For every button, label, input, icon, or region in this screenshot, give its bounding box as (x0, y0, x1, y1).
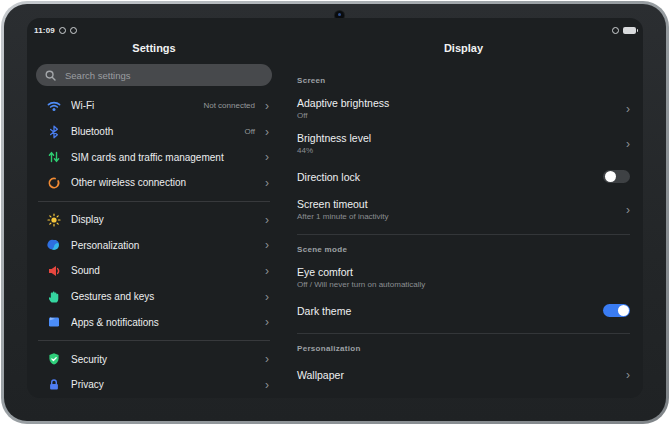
row-subtitle: Off / Will never turn on automatically (297, 280, 425, 289)
traffic-arrows-icon (47, 150, 61, 164)
direction-lock-toggle[interactable] (603, 170, 630, 184)
sidebar-item-value: Off (244, 127, 255, 136)
sidebar-item-other-wireless[interactable]: Other wireless connection (36, 170, 272, 196)
sun-icon (47, 213, 61, 227)
sidebar-item-gestures[interactable]: Gestures and keys (36, 284, 272, 310)
sidebar-item-personalization[interactable]: Personalization (36, 232, 272, 258)
chevron-right-icon (265, 380, 269, 390)
section-label-personalization: Personalization (297, 344, 630, 353)
row-subtitle: 44% (297, 146, 371, 155)
row-screen-timeout[interactable]: Screen timeout After 1 minute of inactiv… (297, 192, 630, 227)
row-hide-notification-icons[interactable]: Hide notification icons from Status Bar (297, 390, 630, 398)
chevron-right-icon (626, 139, 630, 149)
search-input[interactable] (63, 69, 263, 82)
section-label-scene-mode: Scene mode (297, 245, 630, 254)
shield-icon (47, 352, 61, 366)
sidebar-item-label: Apps & notifications (71, 317, 245, 328)
sidebar-item-value: Not connected (203, 101, 255, 110)
tablet-screen: 11:09 Settings (27, 18, 643, 398)
chevron-right-icon (626, 370, 630, 380)
row-title: Wallpaper (297, 369, 344, 381)
section-label-screen: Screen (297, 76, 630, 85)
page: 11:09 Settings (0, 0, 670, 425)
chevron-right-icon (265, 152, 269, 162)
row-wallpaper[interactable]: Wallpaper (297, 359, 630, 390)
sidebar-item-privacy[interactable]: Privacy (36, 372, 272, 398)
apps-icon (47, 315, 61, 329)
sidebar-item-label: Other wireless connection (71, 177, 245, 188)
status-right (612, 27, 636, 34)
chevron-right-icon (626, 205, 630, 215)
sidebar-item-label: Personalization (71, 240, 245, 251)
sidebar-divider (38, 340, 270, 341)
clock-time: 11:09 (34, 26, 55, 35)
bluetooth-icon (47, 125, 61, 139)
sidebar-item-label: Privacy (71, 379, 245, 390)
section-rows: Adaptive brightness Off Brightness level… (297, 91, 630, 227)
lock-icon (47, 378, 61, 392)
row-adaptive-brightness[interactable]: Adaptive brightness Off (297, 91, 630, 126)
settings-sidebar: Settings Wi-Fi Not connected (27, 38, 281, 398)
search-icon (45, 70, 56, 81)
row-subtitle: Off (297, 111, 389, 120)
section-divider (297, 333, 630, 334)
status-left: 11:09 (34, 26, 77, 35)
wireless-circle-icon (47, 176, 61, 190)
sidebar-item-security[interactable]: Security (36, 346, 272, 372)
sidebar-item-label: Security (71, 354, 245, 365)
row-subtitle: After 1 minute of inactivity (297, 212, 389, 221)
row-title: Direction lock (297, 171, 360, 183)
row-title: Eye comfort (297, 266, 425, 278)
chevron-right-icon (265, 101, 269, 111)
section-rows: Wallpaper Hide notification icons from S… (297, 359, 630, 398)
dark-theme-toggle[interactable] (603, 304, 630, 318)
chevron-right-icon (265, 317, 269, 327)
sidebar-item-wifi[interactable]: Wi-Fi Not connected (36, 93, 272, 119)
chevron-right-icon (265, 354, 269, 364)
sidebar-item-bluetooth[interactable]: Bluetooth Off (36, 119, 272, 145)
chevron-right-icon (626, 104, 630, 114)
section-divider (297, 234, 630, 235)
gear-icon (70, 27, 77, 34)
page-title: Display (297, 42, 630, 55)
wifi-icon (47, 99, 61, 113)
row-title: Brightness level (297, 132, 371, 144)
sidebar-list: Wi-Fi Not connected Bluetooth Off (36, 93, 272, 398)
row-dark-theme[interactable]: Dark theme (297, 295, 630, 326)
status-bar: 11:09 (34, 22, 636, 38)
search-bar[interactable] (36, 64, 272, 86)
row-title: Adaptive brightness (297, 97, 389, 109)
display-settings-panel: Display Screen Adaptive brightness Off B… (281, 38, 643, 398)
speaker-icon (47, 264, 61, 278)
sidebar-item-label: Display (71, 214, 245, 225)
screen-record-icon (612, 27, 619, 34)
sidebar-item-display[interactable]: Display (36, 207, 272, 233)
chevron-right-icon (265, 292, 269, 302)
chevron-right-icon (265, 178, 269, 188)
sidebar-title: Settings (36, 42, 272, 55)
sidebar-item-apps[interactable]: Apps & notifications (36, 310, 272, 336)
row-brightness-level[interactable]: Brightness level 44% (297, 126, 630, 161)
chevron-right-icon (265, 127, 269, 137)
sidebar-divider (38, 201, 270, 202)
alarm-icon (59, 27, 66, 34)
row-title: Dark theme (297, 305, 351, 317)
chevron-right-icon (265, 240, 269, 250)
sidebar-item-label: SIM cards and traffic management (71, 152, 245, 163)
sidebar-item-label: Sound (71, 265, 245, 276)
chevron-right-icon (265, 215, 269, 225)
battery-icon (623, 27, 636, 34)
sidebar-item-sound[interactable]: Sound (36, 258, 272, 284)
chevron-right-icon (265, 266, 269, 276)
row-title: Screen timeout (297, 198, 389, 210)
row-eye-comfort[interactable]: Eye comfort Off / Will never turn on aut… (297, 260, 630, 295)
palette-icon (47, 238, 61, 252)
sidebar-item-label: Gestures and keys (71, 291, 245, 302)
sidebar-item-label: Bluetooth (71, 126, 234, 137)
hand-icon (47, 290, 61, 304)
section-rows: Eye comfort Off / Will never turn on aut… (297, 260, 630, 326)
sidebar-item-label: Wi-Fi (71, 100, 193, 111)
row-direction-lock[interactable]: Direction lock (297, 161, 630, 192)
sidebar-item-sim-cards[interactable]: SIM cards and traffic management (36, 144, 272, 170)
